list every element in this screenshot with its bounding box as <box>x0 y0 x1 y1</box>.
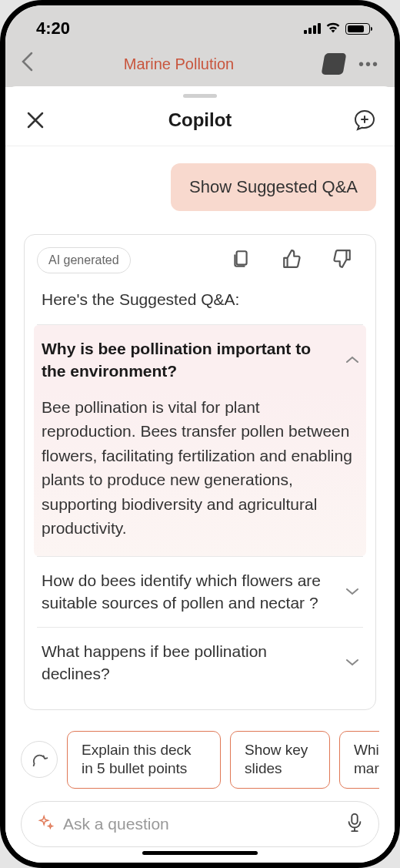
qa-item: What happens if bee pollination declines… <box>37 627 363 698</box>
signal-icon <box>304 23 321 34</box>
sheet-footer: Explain this deck in 5 bullet points Sho… <box>5 720 395 863</box>
conversation-body[interactable]: Show Suggested Q&A AI generated <box>5 146 395 720</box>
copilot-sheet: Copilot Show Suggested Q&A AI generated <box>5 86 395 863</box>
more-icon[interactable]: ••• <box>358 55 379 73</box>
app-badge-icon[interactable] <box>322 53 347 75</box>
sparkle-icon <box>37 814 54 834</box>
status-bar: 4:20 <box>5 5 395 49</box>
sheet-header: Copilot <box>5 98 395 146</box>
thumbs-down-button[interactable] <box>332 249 352 272</box>
user-message-bubble: Show Suggested Q&A <box>171 163 376 211</box>
refresh-suggestions-button[interactable] <box>21 741 58 778</box>
wifi-icon <box>325 21 341 36</box>
ai-card-header: AI generated <box>37 247 363 273</box>
qa-item: How do bees identify which flowers are s… <box>37 556 363 627</box>
qa-answer-text: Bee pollination is vital for plant repro… <box>34 389 366 556</box>
ai-intro-text: Here's the Suggested Q&A: <box>37 290 363 309</box>
status-icons <box>304 21 370 36</box>
ai-generated-badge: AI generated <box>37 247 131 273</box>
qa-item: Why is bee pollination important to the … <box>37 324 363 556</box>
phone-frame: 4:20 Marine Pollution ••• Copilot <box>0 0 400 868</box>
copy-button[interactable] <box>231 249 251 272</box>
sheet-title: Copilot <box>47 109 353 131</box>
suggestion-chip[interactable]: Explain this deck in 5 bullet points <box>67 731 221 789</box>
chevron-down-icon <box>346 585 358 598</box>
thumbs-up-button[interactable] <box>282 249 302 272</box>
qa-question-text: How do bees identify which flowers are s… <box>42 569 346 615</box>
qa-question-toggle[interactable]: How do bees identify which flowers are s… <box>37 557 363 627</box>
svg-rect-0 <box>237 251 247 264</box>
status-time: 4:20 <box>36 18 70 39</box>
chevron-up-icon <box>346 353 358 367</box>
document-title: Marine Pollution <box>35 55 323 73</box>
back-chevron-icon[interactable] <box>21 52 35 77</box>
chevron-down-icon <box>346 655 358 669</box>
background-header: Marine Pollution ••• <box>5 49 395 87</box>
chat-input-container[interactable] <box>21 801 379 847</box>
qa-question-toggle[interactable]: What happens if bee pollination declines… <box>37 628 363 698</box>
microphone-button[interactable] <box>346 813 363 836</box>
new-chat-button[interactable] <box>353 109 376 132</box>
close-button[interactable] <box>24 109 47 132</box>
svg-rect-1 <box>352 814 357 824</box>
suggestion-chip[interactable]: Which mari <box>339 731 379 789</box>
home-indicator[interactable] <box>142 851 258 855</box>
qa-question-text: Why is bee pollination important to the … <box>42 337 346 383</box>
qa-question-toggle[interactable]: Why is bee pollination important to the … <box>34 325 366 389</box>
qa-question-text: What happens if bee pollination declines… <box>42 640 346 685</box>
battery-icon <box>345 23 370 35</box>
ai-response-card: AI generated Here's the Suggested Q&A <box>24 234 376 710</box>
suggestion-chip[interactable]: Show key slides <box>230 731 330 789</box>
suggestions-row[interactable]: Explain this deck in 5 bullet points Sho… <box>21 731 379 789</box>
chat-input-field[interactable] <box>63 815 337 833</box>
